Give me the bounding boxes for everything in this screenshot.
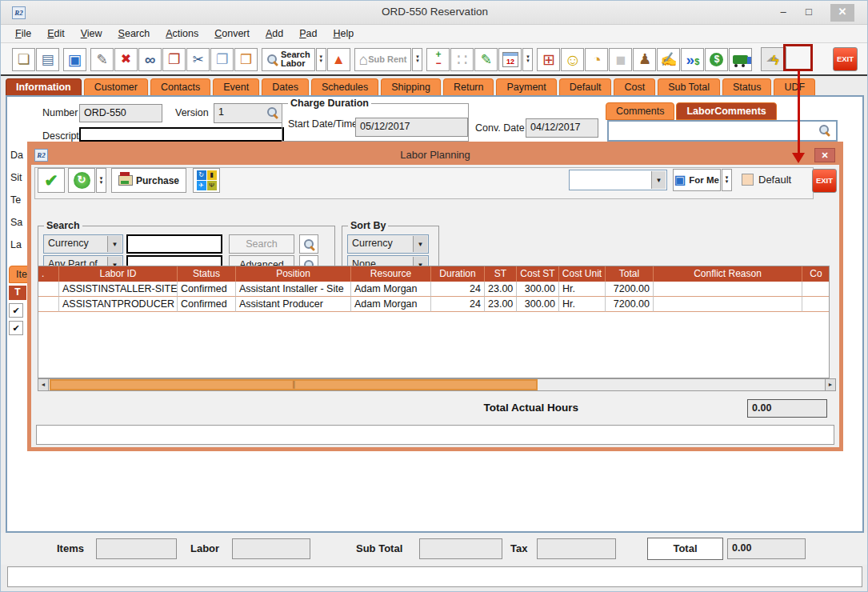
money-transfer-icon[interactable]: »$: [681, 48, 704, 71]
dropdown-arrows-icon[interactable]: [96, 168, 106, 193]
cut-icon[interactable]: ✂: [186, 48, 210, 71]
billing-icon[interactable]: $: [705, 48, 728, 71]
horizontal-scrollbar[interactable]: ◄ ║ ►: [38, 378, 836, 391]
default-checkbox[interactable]: Default: [742, 174, 791, 186]
version-search-icon[interactable]: [266, 106, 278, 118]
purchase-button[interactable]: Purchase: [111, 168, 186, 193]
folder-history-icon[interactable]: ◔: [585, 48, 608, 71]
tab[interactable]: Information: [6, 78, 82, 95]
menu-item[interactable]: Convert: [206, 26, 258, 41]
tab[interactable]: Return: [443, 78, 494, 95]
labor-worker-icon[interactable]: ♟: [633, 48, 656, 71]
search-input[interactable]: [126, 234, 222, 254]
save-icon[interactable]: ▣: [63, 48, 86, 71]
menu-item[interactable]: File: [7, 26, 39, 41]
tab[interactable]: Event: [213, 78, 259, 95]
number-field[interactable]: ORD-550: [79, 104, 162, 122]
maximize-button[interactable]: □: [797, 4, 821, 22]
labor-field[interactable]: [232, 538, 310, 559]
convert-icon[interactable]: ▲: [327, 48, 350, 71]
col-header[interactable]: Labor ID: [59, 266, 178, 282]
menu-item[interactable]: Actions: [158, 26, 206, 41]
tab[interactable]: Status: [722, 78, 771, 95]
tab[interactable]: Customer: [84, 78, 148, 95]
edit-form-icon[interactable]: ✍: [657, 48, 680, 71]
description-field[interactable]: [79, 127, 284, 142]
search-magnifier-button[interactable]: [299, 234, 318, 254]
travel-expense-button[interactable]: ↻▮✈Ψ: [193, 168, 220, 193]
tab[interactable]: Contacts: [150, 78, 210, 95]
calendar-icon[interactable]: 12: [498, 48, 522, 71]
delivery-truck-icon[interactable]: [729, 48, 752, 71]
edit-pencil-icon[interactable]: ✎: [90, 48, 114, 71]
total-field[interactable]: 0.00: [727, 538, 806, 559]
scroll-right-icon[interactable]: ►: [825, 379, 835, 390]
find-binoculars-icon[interactable]: ∞: [138, 48, 162, 71]
comment-tab[interactable]: LaborComments: [676, 102, 776, 120]
tab[interactable]: Dates: [262, 78, 309, 95]
col-header[interactable]: Cost ST: [517, 266, 559, 282]
search-button[interactable]: Search: [229, 234, 294, 254]
tab[interactable]: Shipping: [381, 78, 441, 95]
delete-icon[interactable]: ✖: [114, 48, 138, 71]
labor-comments-field[interactable]: [607, 120, 838, 142]
items-field[interactable]: [96, 538, 177, 559]
row-checkbox[interactable]: ✔: [9, 321, 23, 335]
menu-item[interactable]: Edit: [39, 26, 73, 41]
col-header[interactable]: Duration: [431, 266, 485, 282]
tab[interactable]: Schedules: [311, 78, 378, 95]
minimize-button[interactable]: –: [771, 4, 795, 22]
scrollbar-thumb[interactable]: ║: [50, 379, 538, 390]
col-header[interactable]: Status: [178, 266, 236, 282]
sub-total-field[interactable]: [419, 538, 502, 559]
col-header[interactable]: Total: [606, 266, 654, 282]
menu-item[interactable]: View: [73, 26, 110, 41]
col-header[interactable]: Cost Unit: [559, 266, 606, 282]
comment-tab[interactable]: Comments: [606, 102, 674, 120]
scroll-left-icon[interactable]: ◄: [38, 379, 49, 390]
dialog-close-button[interactable]: ✕: [814, 148, 835, 162]
availability-circles-icon[interactable]: ∷: [450, 48, 474, 71]
menu-item[interactable]: Help: [326, 26, 362, 41]
col-header[interactable]: Position: [236, 266, 351, 282]
exit-button[interactable]: EXIT: [833, 47, 858, 71]
total-actual-hours-field[interactable]: 0.00: [747, 399, 827, 418]
col-header[interactable]: Co: [802, 266, 830, 282]
new-document-icon[interactable]: ❏: [12, 48, 35, 71]
apply-button[interactable]: ✔: [38, 168, 65, 193]
sub-rent-button[interactable]: ⌂ Sub Rent: [354, 48, 412, 71]
tab[interactable]: UDF: [774, 78, 815, 95]
col-header[interactable]: Conflict Reason: [654, 266, 802, 282]
print-icon[interactable]: ▤: [36, 48, 59, 71]
add-remove-icon[interactable]: +−: [426, 48, 450, 71]
notes-icon[interactable]: ✎: [474, 48, 498, 71]
menu-item[interactable]: Pad: [291, 26, 325, 41]
sort-combo-1[interactable]: Currency ▼: [347, 234, 429, 254]
copy-icon[interactable]: ❐: [210, 48, 234, 71]
tax-field[interactable]: [537, 538, 616, 559]
view-combo[interactable]: ▼: [569, 170, 667, 190]
combo-arrow-icon[interactable]: ▼: [107, 236, 122, 252]
col-header[interactable]: Resource: [351, 266, 431, 282]
table-row[interactable]: ASSISTINSTALLER-SITE Confirmed Assistant…: [38, 282, 829, 297]
dropdown-arrows-icon[interactable]: [522, 48, 533, 71]
paste-special-icon[interactable]: ❐: [162, 48, 186, 71]
conv-date-field[interactable]: 04/12/2017: [526, 118, 598, 138]
start-datetime-field[interactable]: 05/12/2017: [355, 118, 468, 137]
dropdown-arrows-icon[interactable]: [316, 48, 326, 71]
comments-search-icon[interactable]: [818, 124, 830, 136]
menu-item[interactable]: Add: [258, 26, 291, 41]
tab[interactable]: Payment: [496, 78, 556, 95]
tab[interactable]: Default: [559, 78, 612, 95]
combo-arrow-icon[interactable]: ▼: [651, 171, 666, 189]
org-chart-icon[interactable]: ⊞: [537, 48, 560, 71]
col-header[interactable]: .: [38, 266, 59, 282]
paste-icon[interactable]: ❒: [234, 48, 258, 71]
row-checkbox[interactable]: ✔: [9, 303, 23, 318]
dropdown-arrows-icon[interactable]: [722, 169, 732, 191]
refresh-button[interactable]: ↻: [68, 168, 95, 193]
table-row[interactable]: ASSISTANTPRODUCER Confirmed Assistant Pr…: [38, 297, 829, 312]
keyboard-key-icon[interactable]: ■: [609, 48, 632, 71]
dialog-exit-button[interactable]: EXIT: [812, 169, 837, 193]
tab[interactable]: Sub Total: [658, 78, 720, 95]
